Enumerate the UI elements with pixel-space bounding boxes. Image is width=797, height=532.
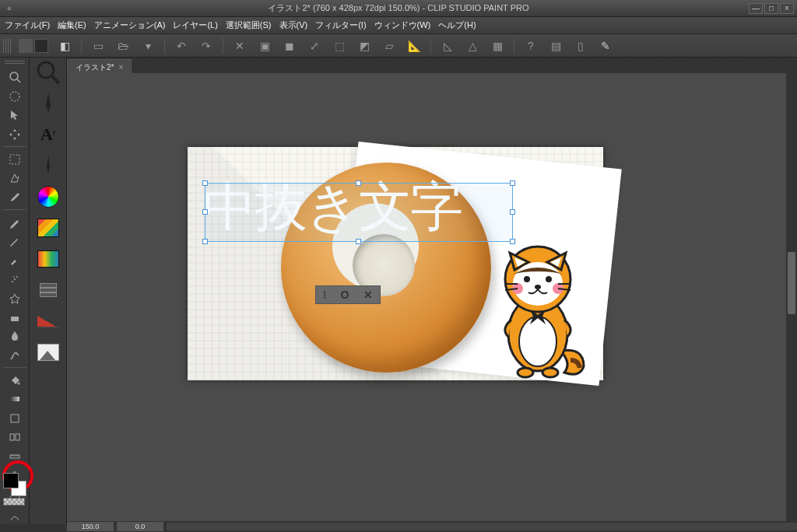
decoration-tool-icon[interactable] xyxy=(4,292,26,305)
brush-size-palette-icon[interactable] xyxy=(35,308,61,334)
menu-view[interactable]: 表示(V) xyxy=(279,19,308,31)
separator xyxy=(430,38,431,54)
confirm-ok-icon[interactable]: O xyxy=(341,289,349,301)
menu-selection[interactable]: 選択範囲(S) xyxy=(226,19,272,31)
color-swatches[interactable] xyxy=(3,473,28,506)
menu-bar: ファイル(F) 編集(E) アニメーション(A) レイヤー(L) 選択範囲(S)… xyxy=(0,17,797,34)
vertical-scrollbar[interactable] xyxy=(786,73,797,521)
eyedropper-tool-icon[interactable] xyxy=(4,191,26,204)
resize-handle-top-right[interactable] xyxy=(510,180,515,186)
brush-tool-icon[interactable] xyxy=(4,254,26,267)
magnifier-subtool-icon[interactable] xyxy=(35,59,61,86)
delete-icon[interactable]: ✕ xyxy=(231,37,248,54)
menu-edit[interactable]: 編集(E) xyxy=(58,19,86,31)
fill-icon[interactable]: ◼ xyxy=(281,37,298,54)
view-mode-switch[interactable] xyxy=(19,39,48,53)
move-tool-icon[interactable] xyxy=(4,89,26,103)
document-tab-close-icon[interactable]: × xyxy=(118,63,123,72)
view-mode-grid-icon[interactable] xyxy=(19,39,33,53)
undo-icon[interactable]: ↶ xyxy=(173,37,190,54)
ruler-icon[interactable]: 📐 xyxy=(406,37,423,54)
open-file-icon[interactable]: 🗁 xyxy=(114,37,132,54)
zoom-value[interactable]: 150.0 xyxy=(67,522,114,531)
minimize-button[interactable]: — xyxy=(749,3,763,14)
foreground-color-swatch[interactable] xyxy=(3,473,19,488)
resize-handle-mid-left[interactable] xyxy=(202,209,208,215)
border-icon[interactable]: ▱ xyxy=(381,37,398,54)
marquee-select-tool-icon[interactable] xyxy=(4,152,26,166)
canvas-viewport[interactable]: 中抜き文字 ⁝ O ✕ xyxy=(67,73,797,521)
magnifier-tool-icon[interactable] xyxy=(4,71,26,84)
svg-rect-13 xyxy=(10,434,14,440)
view-mode-single-icon[interactable] xyxy=(34,39,48,53)
transparent-swatch[interactable] xyxy=(3,498,25,506)
text-selection-box[interactable] xyxy=(205,183,513,242)
color-set-icon[interactable] xyxy=(35,215,61,241)
canvas[interactable]: 中抜き文字 ⁝ O ✕ xyxy=(188,147,603,380)
resize-handle-mid-right[interactable] xyxy=(510,209,515,215)
clip-studio-icon[interactable]: ◧ xyxy=(56,37,73,54)
color-wheel-icon[interactable] xyxy=(35,184,61,210)
pencil-tool-icon[interactable] xyxy=(4,235,26,248)
gradient-tool-icon[interactable] xyxy=(4,393,26,406)
maximize-button[interactable]: □ xyxy=(764,3,778,14)
menu-layer[interactable]: レイヤー(L) xyxy=(173,19,217,31)
angle-value[interactable]: 0.0 xyxy=(117,522,163,531)
redo-icon[interactable]: ↷ xyxy=(198,37,215,54)
menu-file[interactable]: ファイル(F) xyxy=(5,19,50,31)
text-subtool-icon[interactable]: Aᶠ xyxy=(35,121,61,148)
horizontal-scrollbar[interactable] xyxy=(167,523,797,530)
commandbar-grip[interactable] xyxy=(3,39,11,53)
pen-tool-icon[interactable] xyxy=(4,215,26,229)
scale-icon[interactable]: ⤢ xyxy=(306,37,323,54)
vertical-scroll-thumb[interactable] xyxy=(788,252,795,314)
save-file-icon[interactable]: ▾ xyxy=(139,37,156,54)
new-file-icon[interactable]: ▭ xyxy=(90,37,107,54)
snap-special-icon[interactable]: △ xyxy=(464,37,481,54)
snap-ruler-icon[interactable]: ◺ xyxy=(439,37,456,54)
foreground-background-swatch[interactable] xyxy=(3,473,26,496)
frame-tool-icon[interactable] xyxy=(4,430,26,443)
menu-help[interactable]: ヘルプ(H) xyxy=(438,19,476,31)
thin-pen-subtool-icon[interactable] xyxy=(35,152,61,179)
figure-tool-icon[interactable] xyxy=(4,411,26,425)
confirm-bar-grip-icon[interactable]: ⁝ xyxy=(323,289,326,301)
text-confirm-bar[interactable]: ⁝ O ✕ xyxy=(315,285,381,304)
smartphone-icon[interactable]: ▯ xyxy=(572,37,589,54)
confirm-cancel-icon[interactable]: ✕ xyxy=(363,289,373,301)
resize-handle-bottom-mid[interactable] xyxy=(356,239,361,244)
separator xyxy=(223,38,223,54)
menu-animation[interactable]: アニメーション(A) xyxy=(94,19,166,31)
resize-handle-top-left[interactable] xyxy=(202,180,208,186)
auto-select-tool-icon[interactable] xyxy=(4,172,26,185)
airbrush-tool-icon[interactable] xyxy=(4,272,26,285)
liquify-tool-icon[interactable] xyxy=(4,348,26,362)
resize-handle-bottom-left[interactable] xyxy=(202,239,208,244)
palette-grip[interactable] xyxy=(5,61,25,65)
feather-icon[interactable]: ✎ xyxy=(597,37,614,54)
gradient-palette-icon[interactable] xyxy=(35,246,61,272)
assets-icon[interactable]: ▤ xyxy=(547,37,564,54)
layers-palette-icon[interactable] xyxy=(35,277,61,303)
fill-tool-icon[interactable] xyxy=(4,373,26,387)
resize-handle-top-mid[interactable] xyxy=(356,180,361,186)
menu-filter[interactable]: フィルター(I) xyxy=(315,19,366,31)
correct-line-tool-icon[interactable] xyxy=(4,511,26,524)
help-icon[interactable]: ? xyxy=(522,37,539,54)
close-button[interactable]: × xyxy=(780,3,794,14)
eraser-tool-icon[interactable] xyxy=(4,310,26,324)
subview-palette-icon[interactable] xyxy=(35,339,61,366)
pen-subtool-icon[interactable] xyxy=(35,90,61,117)
snap-grid-icon[interactable]: ▦ xyxy=(489,37,506,54)
ruler-tool-icon[interactable] xyxy=(4,450,26,463)
document-tab[interactable]: イラスト2* × xyxy=(67,59,132,73)
layer-move-tool-icon[interactable] xyxy=(4,128,26,141)
blend-tool-icon[interactable] xyxy=(4,330,26,343)
svg-point-8 xyxy=(13,276,15,278)
invert-icon[interactable]: ◩ xyxy=(356,37,373,54)
operation-tool-icon[interactable] xyxy=(4,109,26,122)
deselect-icon[interactable]: ⬚ xyxy=(331,37,348,54)
titlebar-chevron-icon[interactable]: « xyxy=(3,3,14,14)
cut-outside-icon[interactable]: ▣ xyxy=(256,37,273,54)
menu-window[interactable]: ウィンドウ(W) xyxy=(374,19,431,31)
